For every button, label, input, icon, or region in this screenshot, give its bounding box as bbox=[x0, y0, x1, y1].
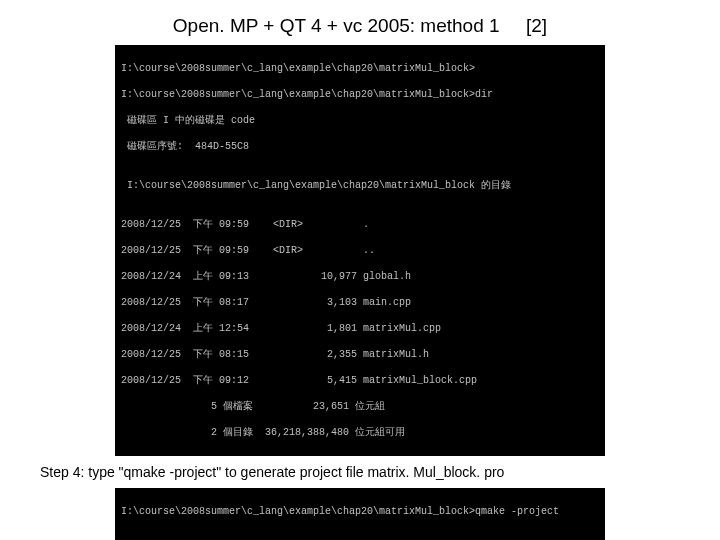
terminal-1: I:\course\2008summer\c_lang\example\chap… bbox=[115, 45, 605, 456]
term-line: I:\course\2008summer\c_lang\example\chap… bbox=[121, 88, 599, 101]
dir-row: 2008/12/24 上午 09:13 10,977 global.h bbox=[121, 270, 599, 283]
dir-summary: 5 個檔案 23,651 位元組 bbox=[121, 400, 599, 413]
dir-summary: 2 個目錄 36,218,388,480 位元組可用 bbox=[121, 426, 599, 439]
terminal-2: I:\course\2008summer\c_lang\example\chap… bbox=[115, 488, 605, 540]
term-line: I:\course\2008summer\c_lang\example\chap… bbox=[121, 179, 599, 192]
page-marker: [2] bbox=[526, 15, 547, 36]
term-line: I:\course\2008summer\c_lang\example\chap… bbox=[121, 62, 599, 75]
dir-row: 2008/12/25 下午 09:12 5,415 matrixMul_bloc… bbox=[121, 374, 599, 387]
term-line: I:\course\2008summer\c_lang\example\chap… bbox=[121, 505, 599, 518]
slide: Open. MP + QT 4 + vc 2005: method 1 [2] … bbox=[0, 0, 720, 540]
dir-row: 2008/12/25 下午 08:15 2,355 matrixMul.h bbox=[121, 348, 599, 361]
title-row: Open. MP + QT 4 + vc 2005: method 1 [2] bbox=[40, 15, 680, 37]
term-line: 磁碟區 I 中的磁碟是 code bbox=[121, 114, 599, 127]
dir-row: 2008/12/25 下午 08:17 3,103 main.cpp bbox=[121, 296, 599, 309]
slide-title: Open. MP + QT 4 + vc 2005: method 1 bbox=[173, 15, 500, 36]
dir-row: 2008/12/24 上午 12:54 1,801 matrixMul.cpp bbox=[121, 322, 599, 335]
term-line: 磁碟區序號: 484D-55C8 bbox=[121, 140, 599, 153]
step-4-text: Step 4: type "qmake -project" to generat… bbox=[40, 464, 680, 480]
dir-row: 2008/12/25 下午 09:59 <DIR> .. bbox=[121, 244, 599, 257]
dir-row: 2008/12/25 下午 09:59 <DIR> . bbox=[121, 218, 599, 231]
